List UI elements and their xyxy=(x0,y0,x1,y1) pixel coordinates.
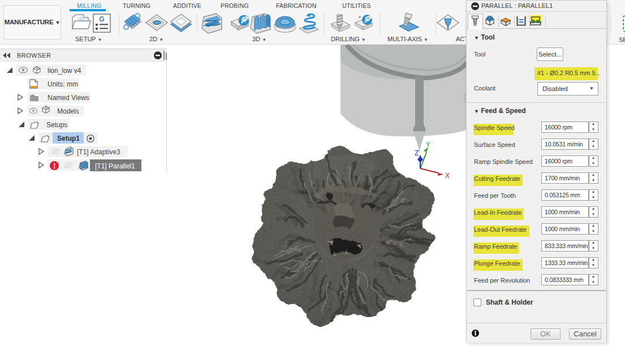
svg-text:Setup1: Setup1 xyxy=(57,135,80,142)
svg-text:[T1] Adaptive3: [T1] Adaptive3 xyxy=(77,148,120,156)
svg-text:G: G xyxy=(99,15,104,23)
svg-text:Y: Y xyxy=(426,141,430,149)
svg-text:Named Views: Named Views xyxy=(48,94,89,102)
svg-text:Z: Z xyxy=(415,149,419,157)
svg-text:Setups: Setups xyxy=(46,121,67,129)
svg-text:[T1] Parallel1: [T1] Parallel1 xyxy=(95,162,135,170)
svg-text:X: X xyxy=(445,172,450,180)
svg-text:Units: mm: Units: mm xyxy=(48,80,78,88)
svg-text:Models: Models xyxy=(57,107,79,115)
svg-text:lion_low v4: lion_low v4 xyxy=(48,67,81,75)
